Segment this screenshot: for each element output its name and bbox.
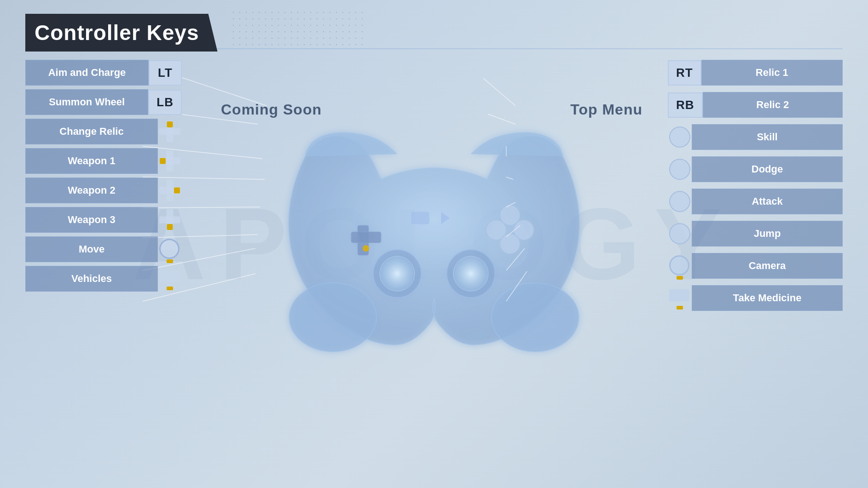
jump-label: Jump: [692, 221, 843, 247]
vehicles-label: Vehicles: [25, 266, 158, 292]
relic-2-label: Relic 2: [703, 92, 843, 118]
dodge-row: Dodge: [668, 156, 843, 182]
summon-wheel-label: Summon Wheel: [25, 89, 148, 115]
vehicles-row: Vehicles: [25, 266, 182, 292]
dot-grid-decoration: [230, 9, 368, 46]
relic-1-label: Relic 1: [701, 60, 843, 86]
change-relic-label: Change Relic: [25, 119, 158, 144]
take-medicine-row: Take Medicine: [668, 285, 843, 311]
lt-badge: LT: [149, 60, 182, 86]
relic-2-row: RB Relic 2: [668, 92, 843, 118]
svg-point-10: [380, 256, 415, 291]
jump-circle-icon: [668, 222, 692, 246]
right-controls-panel: RT Relic 1 RB Relic 2 Skill Dodge Attack…: [668, 60, 843, 311]
weapon-3-row: Weapon 3: [25, 207, 182, 233]
aim-charge-label: Aim and Charge: [25, 60, 149, 86]
weapon-2-row: Weapon 2: [25, 178, 182, 203]
lb-badge: LB: [148, 90, 182, 115]
jump-row: Jump: [668, 221, 843, 247]
aim-charge-row: Aim and Charge LT: [25, 60, 182, 86]
skill-label: Skill: [692, 124, 843, 150]
dpad-left-icon: [158, 149, 182, 173]
svg-point-0: [289, 283, 376, 352]
top-menu-label: Top Menu: [570, 101, 642, 118]
svg-rect-13: [411, 212, 429, 224]
move-label: Move: [25, 236, 158, 262]
camera-row: Camera: [668, 253, 843, 279]
page-title: Controller Keys: [35, 20, 199, 45]
summon-wheel-row: Summon Wheel LB: [25, 89, 182, 115]
left-stick-icon: [158, 237, 182, 261]
rt-badge: RT: [668, 60, 701, 86]
move-row: Move: [25, 236, 182, 262]
svg-rect-3: [351, 232, 381, 243]
change-relic-row: Change Relic: [25, 119, 182, 144]
rb-badge: RB: [668, 92, 703, 118]
weapon-3-label: Weapon 3: [25, 207, 158, 233]
skill-circle-icon: [668, 125, 692, 149]
attack-label: Attack: [692, 189, 843, 214]
weapon-1-row: Weapon 1: [25, 148, 182, 174]
camera-stick-icon: [668, 254, 692, 278]
take-medicine-label: Take Medicine: [692, 285, 843, 311]
attack-circle-icon: [668, 189, 692, 213]
svg-point-8: [500, 234, 520, 254]
weapon-2-label: Weapon 2: [25, 178, 158, 203]
dpad-right-icon: [158, 178, 182, 202]
title-bar: Controller Keys: [25, 14, 218, 52]
svg-point-12: [453, 256, 488, 291]
medicine-icon: [668, 286, 692, 310]
attack-row: Attack: [668, 189, 843, 214]
svg-point-1: [492, 283, 579, 352]
camera-label: Camera: [692, 253, 843, 279]
svg-point-4: [363, 245, 369, 252]
dpad-down-icon: [158, 208, 182, 232]
dodge-label: Dodge: [692, 156, 843, 182]
vehicles-icon: [158, 267, 182, 291]
relic-1-row: RT Relic 1: [668, 60, 843, 86]
left-controls-panel: Aim and Charge LT Summon Wheel LB Change…: [25, 60, 182, 292]
coming-soon-label: Coming Soon: [221, 101, 322, 118]
skill-row: Skill: [668, 124, 843, 150]
dodge-circle-icon: [668, 157, 692, 181]
dpad-up-icon: [158, 120, 182, 144]
weapon-1-label: Weapon 1: [25, 148, 158, 174]
